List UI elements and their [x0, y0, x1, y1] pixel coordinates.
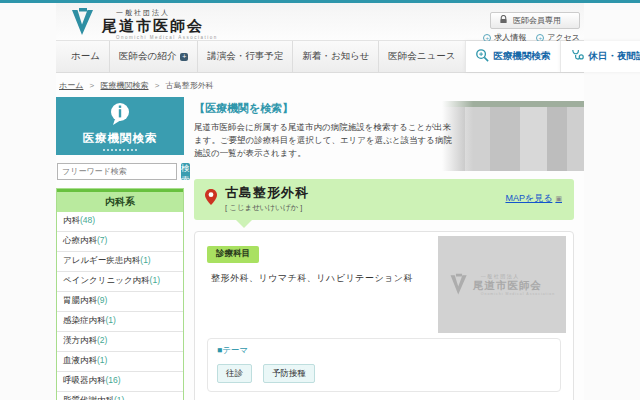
nav-item-home[interactable]: ホーム: [62, 41, 109, 72]
org-name-en: Onomichi Medical Association: [102, 35, 218, 40]
clinic-header: 古島整形外科 [ こじませいけいげか ] MAPを見る▣: [194, 179, 574, 220]
main-content: 【医療機関を検索】 尾道市医師会に所属する尾道市内の病院施設を検索することが出来…: [194, 97, 584, 400]
internal-medicine-list: 内科系 内科(48)心療内科(7)アレルギー疾患内科(1)ペインクリニック内科(…: [56, 188, 184, 400]
site-header: 一般社団法人 尾道市医師会 Onomichi Medical Associati…: [56, 3, 584, 40]
nav-item-assoc-news[interactable]: 医師会ニュース: [378, 41, 464, 72]
nav-item-facility-search[interactable]: 医療機関検索: [465, 41, 560, 72]
speech-tail: [236, 220, 252, 228]
dropdown-icon: +: [180, 53, 188, 61]
sidebar-category-item[interactable]: ペインクリニック内科(1): [57, 272, 183, 292]
banner-title: 医療機関検索: [56, 131, 184, 146]
clinic-detail-card: 一般社団法人 尾道市医師会 Onomichi Medical Associati…: [194, 231, 574, 400]
sidebar-category-item[interactable]: アレルギー疾患内科(1): [57, 252, 183, 272]
stethoscope-icon: [570, 48, 585, 65]
nav-item-news[interactable]: 新着・お知らせ: [292, 41, 378, 72]
member-button-label: 医師会員専用: [513, 15, 561, 26]
sidebar: 医療機関検索 検索 内科系 内科(48)心療内科(7)アレルギー疾患内科(1)ペ…: [56, 97, 184, 400]
departments-badge: 診療科目: [207, 246, 259, 263]
facility-search-banner[interactable]: 医療機関検索: [56, 97, 184, 155]
theme-label: ■テーマ: [217, 345, 551, 357]
breadcrumb-facility-search[interactable]: 医療機関検索: [101, 81, 149, 90]
category-header: 内科系: [57, 189, 183, 212]
search-icon: [475, 48, 490, 65]
breadcrumb-home[interactable]: ホーム: [59, 81, 83, 90]
section-description: 尾道市医師会に所属する尾道市内の病院施設を検索することが出来ます。ご要望の診療科…: [194, 121, 452, 161]
map-link[interactable]: MAPを見る▣: [505, 192, 562, 205]
placeholder-logo: 一般社団法人 尾道市医師会 Onomichi Medical Associati…: [449, 273, 556, 296]
logo-mark-icon: [70, 7, 96, 41]
theme-tag: 予防接種: [263, 364, 315, 383]
page-container: 一般社団法人 尾道市医師会 Onomichi Medical Associati…: [56, 3, 584, 400]
theme-box: ■テーマ 往診予防接種: [207, 338, 561, 393]
info-bubble-icon: [109, 102, 131, 130]
search-intro-section: 【医療機関を検索】 尾道市医師会に所属する尾道市内の病院施設を検索することが出来…: [194, 101, 584, 172]
section-title: 【医療機関を検索】: [194, 101, 584, 116]
lock-icon: [499, 15, 508, 26]
org-name: 尾道市医師会: [102, 18, 218, 35]
sidebar-category-item[interactable]: 心療内科(7): [57, 232, 183, 252]
main-nav: ホーム 医師会の紹介+ 講演会・行事予定 新着・お知らせ 医師会ニュース 医療機…: [56, 40, 584, 73]
member-only-button[interactable]: 医師会員専用: [490, 12, 580, 29]
sidebar-category-item[interactable]: 胃腸内科(9): [57, 292, 183, 312]
site-logo[interactable]: 一般社団法人 尾道市医師会 Onomichi Medical Associati…: [70, 7, 218, 41]
sidebar-search: 検索: [57, 163, 183, 180]
search-button[interactable]: 検索: [181, 163, 190, 180]
clinic-furigana: [ こじませいけいげか ]: [225, 203, 309, 213]
sidebar-category-item[interactable]: 脂質代謝内科(1): [57, 392, 183, 400]
sidebar-category-item[interactable]: 呼吸器内科(16): [57, 372, 183, 392]
theme-tag: 往診: [217, 364, 252, 383]
external-link-icon: ▣: [555, 195, 562, 203]
nav-item-events[interactable]: 講演会・行事予定: [197, 41, 292, 72]
sidebar-category-item[interactable]: 感染症内科(1): [57, 312, 183, 332]
clinic-photo-placeholder: 一般社団法人 尾道市医師会 Onomichi Medical Associati…: [438, 236, 566, 333]
nav-item-holiday-care[interactable]: 休日・夜間診療: [560, 41, 640, 72]
breadcrumb-current: 古島整形外科: [166, 81, 214, 90]
freeword-search-input[interactable]: [57, 163, 177, 180]
sidebar-category-item[interactable]: 漢方内科(2): [57, 332, 183, 352]
sidebar-category-item[interactable]: 内科(48): [57, 212, 183, 232]
map-pin-icon: [204, 188, 218, 210]
breadcrumb: ホーム > 医療機関検索 > 古島整形外科: [56, 73, 584, 97]
nav-item-about[interactable]: 医師会の紹介+: [109, 41, 197, 72]
sidebar-category-item[interactable]: 血液内科(1): [57, 352, 183, 372]
clinic-name: 古島整形外科: [225, 184, 309, 202]
